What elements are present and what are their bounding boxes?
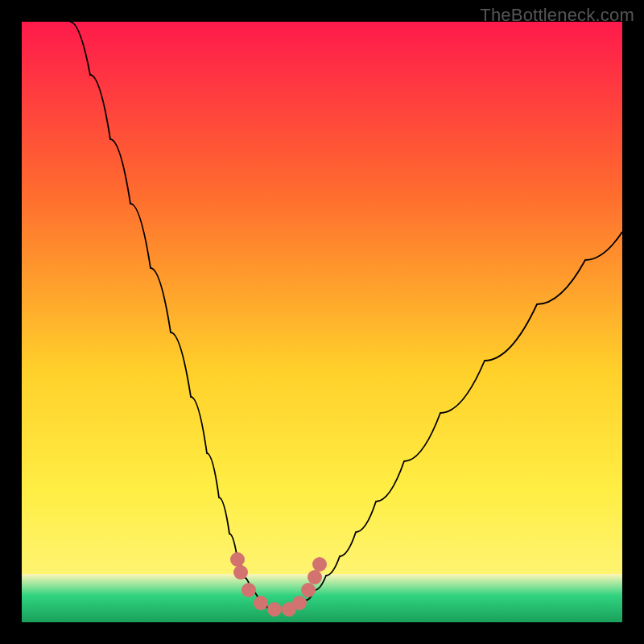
- marker-dot: [312, 557, 327, 572]
- watermark-text: TheBottleneck.com: [480, 5, 634, 26]
- marker-dot: [301, 583, 316, 597]
- marker-dot: [233, 565, 248, 580]
- marker-dot: [230, 552, 245, 567]
- chart-frame: TheBottleneck.com: [0, 0, 644, 644]
- marker-dot: [292, 596, 307, 610]
- marker-group: [230, 552, 327, 617]
- plot-area: [22, 22, 622, 622]
- curve-layer: [22, 22, 622, 622]
- marker-dot: [308, 570, 322, 584]
- marker-dot: [267, 602, 282, 617]
- marker-dot: [254, 596, 268, 610]
- curve-left: [70, 22, 268, 609]
- curve-right: [297, 232, 622, 609]
- marker-dot: [242, 583, 256, 597]
